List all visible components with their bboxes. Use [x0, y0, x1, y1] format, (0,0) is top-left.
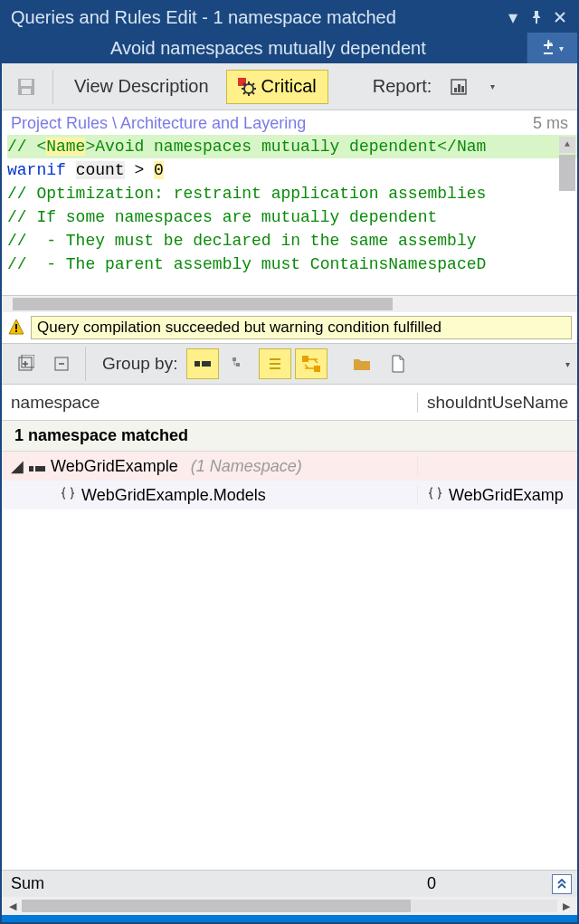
namespace-icon	[29, 460, 45, 472]
svg-rect-22	[314, 366, 320, 372]
braces-icon	[60, 486, 76, 505]
group-by-label: Group by:	[102, 354, 177, 374]
svg-rect-8	[461, 86, 464, 92]
table-row[interactable]: ◢ WebGridExample (1 Namespace)	[2, 452, 577, 481]
svg-rect-1	[21, 80, 32, 86]
svg-rect-7	[458, 84, 460, 92]
svg-rect-21	[302, 356, 308, 362]
view-description-label: View Description	[74, 76, 209, 97]
svg-rect-20	[270, 367, 280, 369]
group-type-icon[interactable]	[223, 348, 255, 379]
pin-icon[interactable]	[525, 5, 548, 29]
breadcrumb: Project Rules \ Architecture and Layerin…	[2, 110, 577, 135]
expand-all-icon[interactable]	[9, 348, 42, 379]
svg-rect-14	[195, 361, 200, 367]
group-dependency-icon[interactable]	[295, 348, 327, 379]
braces-icon	[427, 486, 443, 505]
summary-value: 0	[427, 874, 436, 893]
svg-rect-10	[15, 330, 17, 332]
scroll-right-icon[interactable]: ▶	[559, 899, 574, 913]
column-shouldnt-use[interactable]: shouldntUseName	[418, 393, 577, 413]
folder-icon[interactable]	[346, 348, 378, 379]
svg-rect-2	[22, 89, 31, 94]
critical-label: Critical	[261, 76, 317, 97]
svg-rect-17	[236, 363, 240, 367]
group-header: 1 namespace matched	[2, 421, 577, 452]
save-icon[interactable]	[9, 70, 43, 104]
svg-rect-18	[270, 358, 280, 360]
svg-rect-24	[35, 466, 45, 472]
subtitle-text: Avoid namespaces mutually dependent	[110, 38, 527, 59]
svg-rect-6	[454, 88, 457, 92]
toolbar-separator	[52, 70, 53, 104]
results-tree: ◢ WebGridExample (1 Namespace) WebGridEx…	[2, 452, 577, 870]
critical-button[interactable]: Critical	[226, 70, 328, 104]
row-name: WebGridExample.Models	[81, 486, 266, 505]
column-namespace[interactable]: namespace	[2, 393, 418, 413]
summary-label: Sum	[2, 874, 418, 893]
report-chart-icon[interactable]	[441, 70, 476, 104]
svg-rect-19	[270, 363, 280, 365]
view-description-button[interactable]: View Description	[62, 70, 221, 104]
report-label: Report:	[361, 70, 437, 104]
status-row: Query compilation succeeded but warning …	[2, 312, 577, 343]
expander-icon[interactable]: ◢	[11, 456, 24, 476]
group-list-icon[interactable]	[259, 348, 291, 379]
row-col2-value: WebGridExamp	[449, 486, 564, 505]
svg-point-4	[244, 84, 253, 93]
svg-rect-9	[15, 324, 17, 329]
results-toolbar: Group by: ▾	[2, 343, 577, 385]
summary-row: Sum 0	[2, 870, 577, 897]
row-hint: (1 Namespace)	[191, 457, 302, 476]
column-headers: namespace shouldntUseName	[2, 385, 577, 421]
close-icon[interactable]	[548, 5, 572, 29]
main-toolbar: View Description Critical Report: ▾	[2, 63, 577, 110]
row-name: WebGridExample	[51, 457, 178, 476]
window-menu-icon[interactable]: ▾	[501, 5, 525, 29]
svg-rect-23	[29, 466, 33, 472]
code-editor[interactable]: ▲ // <Name>Avoid namespaces mutually dep…	[2, 135, 577, 296]
execution-time: 5 ms	[533, 114, 568, 133]
breadcrumb-path[interactable]: Project Rules \ Architecture and Layerin…	[11, 114, 306, 133]
file-icon[interactable]	[382, 348, 414, 379]
group-namespace-icon[interactable]	[186, 348, 219, 379]
status-message: Query compilation succeeded but warning …	[31, 316, 572, 339]
window-title: Queries and Rules Edit - 1 namespace mat…	[11, 7, 501, 28]
code-horizontal-scrollbar[interactable]	[2, 296, 577, 312]
scroll-up-icon[interactable]: ▲	[559, 137, 575, 153]
scroll-left-icon[interactable]: ◀	[5, 899, 20, 913]
results-horizontal-scrollbar[interactable]: ◀ ▶	[2, 897, 577, 915]
gear-critical-icon	[238, 78, 256, 96]
warning-icon	[7, 318, 25, 338]
toolbar-overflow-icon[interactable]: ▾	[565, 359, 570, 369]
add-dropdown-button[interactable]: ▾	[527, 33, 577, 63]
toolbar-separator	[85, 347, 86, 381]
title-bar: Queries and Rules Edit - 1 namespace mat…	[2, 2, 577, 33]
svg-rect-15	[202, 361, 211, 367]
report-dropdown-icon[interactable]: ▾	[490, 81, 495, 91]
collapse-all-icon[interactable]	[45, 348, 78, 379]
subtitle-bar: Avoid namespaces mutually dependent ▾	[2, 33, 577, 63]
scroll-top-icon[interactable]	[552, 874, 572, 894]
vertical-scrollbar[interactable]	[559, 155, 575, 191]
svg-rect-12	[22, 355, 34, 367]
footer-bar	[2, 915, 577, 922]
svg-rect-16	[233, 357, 236, 361]
table-row[interactable]: WebGridExample.Models WebGridExamp	[2, 481, 577, 510]
